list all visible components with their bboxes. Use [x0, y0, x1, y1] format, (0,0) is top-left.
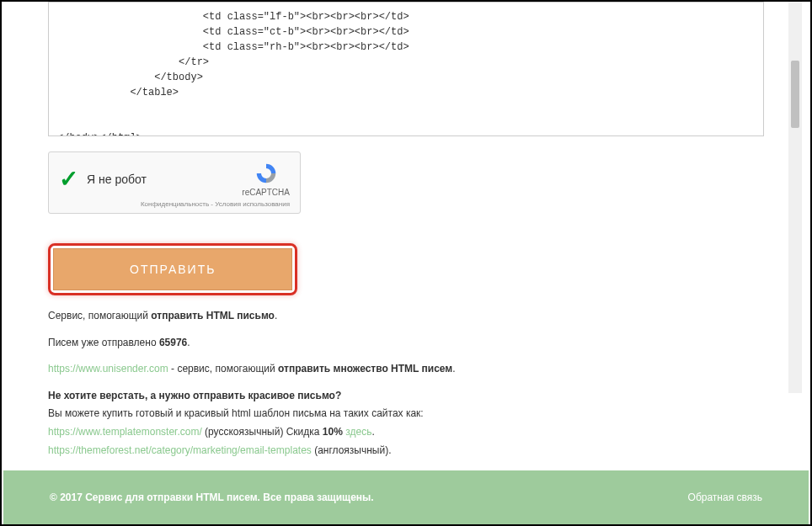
submit-button[interactable]: ОТПРАВИТЬ — [53, 248, 292, 290]
discount-here-link[interactable]: здесь — [343, 426, 372, 438]
templates-heading: Не хотите верстать, а нужно отправить кр… — [48, 390, 341, 401]
themeforest-link[interactable]: https://themeforest.net/category/marketi… — [48, 444, 312, 456]
emails-sent-count: Писем уже отправлено 65976. — [48, 334, 764, 353]
recaptcha-label: Я не робот — [87, 173, 147, 186]
service-description: Сервис, помогающий отправить HTML письмо… — [48, 307, 764, 326]
page-footer: © 2017 Сервис для отправки HTML писем. В… — [3, 470, 809, 524]
html-code-textarea[interactable] — [48, 2, 764, 136]
checkmark-icon: ✓ — [59, 165, 78, 193]
page-scrollbar[interactable] — [788, 2, 802, 393]
recaptcha-brand-text: reCAPTCHA — [242, 188, 290, 197]
templatemonster-link[interactable]: https://www.templatemonster.com/ — [48, 426, 202, 438]
copyright-text: © 2017 Сервис для отправки HTML писем. В… — [50, 491, 374, 503]
recaptcha-logo: reCAPTCHA — [242, 161, 290, 197]
scrollbar-thumb[interactable] — [791, 61, 799, 128]
recaptcha-widget[interactable]: ✓ Я не робот reCAPTCHA Конфиденциальност… — [48, 151, 301, 214]
recaptcha-icon — [254, 161, 279, 186]
recaptcha-terms: Конфиденциальность - Условия использован… — [59, 200, 290, 208]
templates-description: Вы можете купить готовый и красивый html… — [48, 407, 424, 419]
submit-highlight: ОТПРАВИТЬ — [48, 243, 297, 295]
unisender-link[interactable]: https://www.unisender.com — [48, 363, 168, 375]
feedback-link[interactable]: Обратная связь — [688, 491, 762, 503]
unisender-promo: https://www.unisender.com - сервис, помо… — [48, 360, 764, 379]
